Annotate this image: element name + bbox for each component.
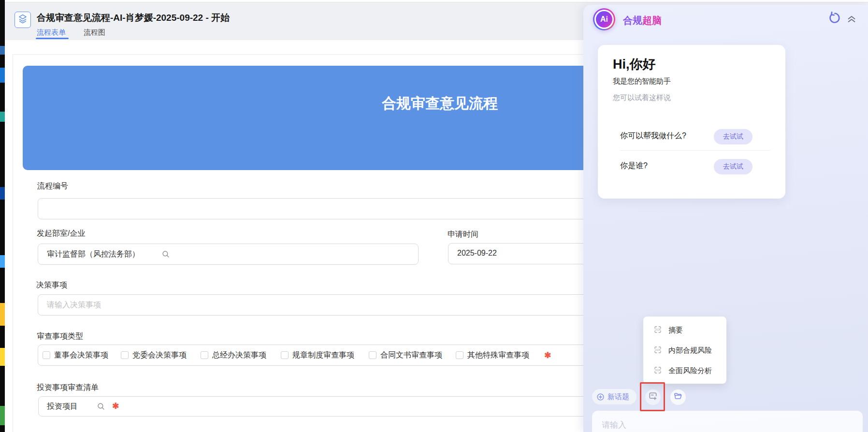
decision-placeholder: 请输入决策事项 <box>47 300 101 310</box>
try-it-button-1[interactable]: 去试试 <box>714 129 752 144</box>
invest-list-label: 投资事项审查清单 <box>37 383 99 393</box>
department-value: 审计监督部（风控法务部） <box>47 249 140 259</box>
decision-label: 决策事项 <box>36 280 67 290</box>
ocr-scan-icon: OCR <box>653 325 662 335</box>
tab-process-form[interactable]: 流程表单 <box>37 28 66 37</box>
department-label: 发起部室/企业 <box>37 229 85 239</box>
required-asterisk: ✱ <box>112 401 119 411</box>
highlight-annotation-box <box>640 382 665 411</box>
page-title: 合规审查意见流程-AI-肖梦媛-2025-09-22 - 开始 <box>37 12 230 24</box>
folder-open-icon <box>673 391 683 403</box>
checkbox-label[interactable]: 总经办决策事项 <box>212 350 266 360</box>
search-icon[interactable] <box>161 250 170 259</box>
checkbox-board-decision[interactable] <box>43 351 50 359</box>
history-folder-button[interactable] <box>670 389 686 405</box>
ai-assistant-panel: Ai 合规超脑 Hi,你好 我是您的智能助手 <box>583 5 868 432</box>
chat-input-box[interactable] <box>592 411 863 432</box>
suggestion-divider <box>620 150 770 151</box>
svg-text:OCR: OCR <box>655 328 661 331</box>
checkbox-gm-decision[interactable] <box>201 351 208 359</box>
new-topic-button[interactable]: 新话题 <box>592 389 637 404</box>
ai-logo: Ai <box>593 8 615 30</box>
assistant-brand: 合规超脑 <box>623 14 662 27</box>
svg-text:OCR: OCR <box>655 368 661 371</box>
menu-item-internal-compliance-risk[interactable]: OCR 内部合规风险 <box>643 340 726 360</box>
svg-text:OCR: OCR <box>655 348 661 351</box>
process-no-label: 流程编号 <box>37 181 68 191</box>
checkbox-contract-review[interactable] <box>369 351 376 359</box>
collapse-panel-button[interactable] <box>844 13 859 27</box>
ocr-scan-icon: OCR <box>653 366 662 376</box>
try-it-button-2[interactable]: 去试试 <box>714 159 752 174</box>
required-asterisk: ✱ <box>544 350 551 360</box>
greeting-hint: 您可以试着这样说 <box>613 93 671 102</box>
menu-item-full-risk-analysis[interactable]: OCR 全面风险分析 <box>643 360 726 381</box>
checkbox-regulation-review[interactable] <box>281 351 289 359</box>
checkbox-label[interactable]: 董事会决策事项 <box>54 350 108 360</box>
checkbox-label[interactable]: 党委会决策事项 <box>132 350 187 360</box>
desktop-edge-strip <box>0 0 5 432</box>
checkbox-label[interactable]: 合同文书审查事项 <box>380 350 442 360</box>
chat-input[interactable] <box>601 411 854 432</box>
quick-actions-popup: OCR 摘要 OCR 内部合规风险 <box>643 317 726 384</box>
layers-icon <box>17 13 29 27</box>
double-chevron-up-icon <box>845 13 858 27</box>
checkbox-label[interactable]: 其他特殊审查事项 <box>467 350 529 360</box>
invest-project-value: 投资项目 <box>47 402 78 412</box>
apply-date-value: 2025-09-22 <box>457 249 497 258</box>
restore-icon <box>827 11 841 27</box>
search-icon[interactable] <box>97 402 105 411</box>
reset-conversation-button[interactable] <box>827 12 841 26</box>
checkbox-party-decision[interactable] <box>121 351 129 359</box>
apply-date-label: 申请时间 <box>448 230 478 240</box>
checkbox-other-review[interactable] <box>456 351 463 359</box>
ocr-scan-icon: OCR <box>653 346 662 356</box>
review-type-label: 审查事项类型 <box>37 331 83 342</box>
checkbox-label[interactable]: 规章制度审查事项 <box>292 350 354 360</box>
department-input[interactable]: 审计监督部（风控法务部） <box>38 244 419 265</box>
suggestion-question-1[interactable]: 你可以帮我做什么? <box>620 131 686 141</box>
greeting-title: Hi,你好 <box>613 56 656 73</box>
ai-logo-text: Ai <box>596 11 612 28</box>
assistant-greeting-card: Hi,你好 我是您的智能助手 您可以试着这样说 你可以帮我做什么? 去试试 你是… <box>598 45 785 199</box>
circle-plus-icon <box>596 393 605 403</box>
greeting-subtitle: 我是您的智能助手 <box>613 77 671 86</box>
suggestion-question-2[interactable]: 你是谁? <box>620 161 648 171</box>
screen: 合规审查意见流程-AI-肖梦媛-2025-09-22 - 开始 流程表单 流程图… <box>0 0 868 432</box>
process-icon-box <box>14 12 31 28</box>
menu-item-summary[interactable]: OCR 摘要 <box>643 320 726 340</box>
new-topic-label: 新话题 <box>608 392 629 402</box>
tab-process-diagram[interactable]: 流程图 <box>84 28 105 37</box>
active-tab-underline <box>36 38 69 39</box>
